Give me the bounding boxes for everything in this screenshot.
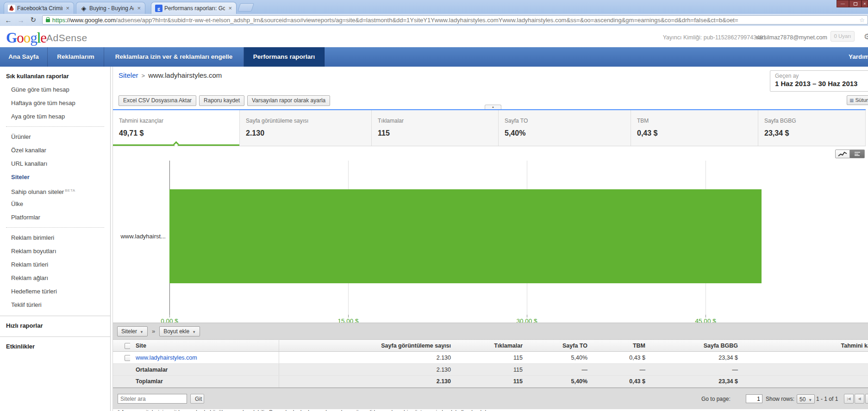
col-site[interactable]: Site <box>130 340 279 352</box>
reports-sidebar: Sık kullanılan raporlar Güne göre tüm he… <box>0 67 111 411</box>
sidebar-item-account-by-day[interactable]: Güne göre tüm hesap <box>0 83 110 96</box>
row-checkbox[interactable] <box>125 355 130 361</box>
col-page-rpm[interactable]: Sayfa BGBG <box>651 340 743 352</box>
breadcrumb-separator: > <box>142 72 145 79</box>
sidebar-item-platforms[interactable]: Platformlar <box>0 211 110 224</box>
sidebar-item-products[interactable]: Ürünler <box>0 130 110 143</box>
back-icon[interactable]: ← <box>4 16 12 24</box>
tab-title: Facebook'ta Criminal Case <box>17 5 62 12</box>
stat-card-clicks[interactable]: Tıklamalar 115 <box>372 110 499 146</box>
tab-close-icon[interactable]: × <box>64 5 71 12</box>
export-csv-button[interactable]: Excel CSV Dosyasına Aktar <box>119 95 196 106</box>
collapse-panel-button[interactable]: ▲ <box>485 105 501 109</box>
nav-help[interactable]: Yardım <box>849 47 868 67</box>
nav-tab-home[interactable]: Ana Sayfa <box>0 47 48 67</box>
stat-card-page-ctr[interactable]: Sayfa TO 5,40% <box>499 110 631 146</box>
address-bar[interactable]: https://www.google.com/adsense/app?hl=tr… <box>42 15 868 25</box>
search-go-button[interactable]: Git <box>190 394 204 404</box>
double-chevron-icon: » <box>152 328 155 335</box>
sidebar-item-bid-types[interactable]: Teklif türleri <box>0 298 110 311</box>
show-rows-dropdown[interactable]: 50▼ <box>797 394 815 404</box>
sidebar-item-url-channels[interactable]: URL kanalları <box>0 157 110 170</box>
sidebar-item-account-by-week[interactable]: Haftaya göre tüm hesap <box>0 96 110 110</box>
reload-icon[interactable]: ↻ <box>29 16 37 24</box>
stat-card-page-rpm[interactable]: Sayfa BGBG 23,34 $ <box>758 110 866 146</box>
browser-tab-3-active[interactable]: g Performans raporları: Goo × <box>151 2 237 14</box>
next-page-button[interactable]: ▶ <box>865 394 868 404</box>
adsense-header: Google AdSense Yayıncı Kimliği: pub-1152… <box>0 26 868 47</box>
breadcrumb: Siteler>www.ladyhairstyles.com <box>119 71 222 79</box>
search-sites-input[interactable] <box>118 394 187 404</box>
google-favicon-icon: g <box>155 5 162 12</box>
sidebar-item-country[interactable]: Ülke <box>0 197 110 211</box>
table-footer: Git Go to page: 50▼ Show rows: 1 - 1 of … <box>113 388 868 409</box>
browser-tab-2[interactable]: ◈ Buying - Buying Adsense × <box>76 2 145 14</box>
columns-button[interactable]: ▦Sütunlar <box>847 95 868 105</box>
sidebar-item-ad-types[interactable]: Reklam türleri <box>0 258 110 271</box>
https-padlock-icon <box>46 19 50 22</box>
col-pageviews[interactable]: Sayfa görüntüleme sayısı <box>279 340 456 352</box>
sidebar-item-account-by-month[interactable]: Aya göre tüm hesap <box>0 110 110 123</box>
breadcrumb-sites-link[interactable]: Siteler <box>119 71 138 79</box>
stat-card-cpc[interactable]: TBM 0,43 $ <box>631 110 758 146</box>
stat-card-pageviews[interactable]: Sayfa görüntüleme sayısı 2.130 <box>240 110 372 146</box>
sidebar-item-sites-active[interactable]: Siteler <box>0 170 110 184</box>
sidebar-item-ad-units[interactable]: Reklam birimleri <box>0 231 110 244</box>
stats-card-row: Tahmini kazançlar 49,71 $ Sayfa görüntül… <box>113 109 866 146</box>
pagination-range: 1 - 1 of 1 <box>816 396 838 402</box>
forward-icon[interactable]: → <box>17 16 25 24</box>
first-page-button[interactable]: |◀ <box>844 394 854 404</box>
nav-tab-allow-block-ads[interactable]: Reklamlara izin ver & reklamları engelle <box>104 47 244 67</box>
site-link[interactable]: www.ladyhairstyles.com <box>136 355 197 361</box>
sidebar-item-targeting-types[interactable]: Hedefleme türleri <box>0 285 110 298</box>
columns-grid-icon: ▦ <box>849 98 854 103</box>
date-preset-label: Geçen ay <box>775 73 868 79</box>
browser-tab-1[interactable]: Facebook'ta Criminal Case × <box>4 2 74 14</box>
chart-bar[interactable] <box>169 189 762 283</box>
adsense-market-favicon-icon: ◈ <box>80 5 87 12</box>
sidebar-item-ad-sizes[interactable]: Reklam boyutları <box>0 244 110 258</box>
tab-close-icon[interactable]: × <box>136 5 142 12</box>
content: Sık kullanılan raporlar Güne göre tüm he… <box>0 67 868 411</box>
col-page-ctr[interactable]: Sayfa TO <box>528 340 593 352</box>
col-clicks[interactable]: Tıklamalar <box>456 340 528 352</box>
bar-chart-icon[interactable] <box>850 149 865 158</box>
page-number-input[interactable] <box>746 394 762 403</box>
set-default-report-button[interactable]: Varsayılan rapor olarak ayarla <box>247 95 330 106</box>
url-text[interactable]: https://www.google.com/adsense/app?hl=tr… <box>52 17 858 24</box>
sidebar-section-divider <box>0 336 110 337</box>
breadcrumb-current-site: www.ladyhairstyles.com <box>148 71 222 79</box>
prev-page-button[interactable]: ◀ <box>855 394 864 404</box>
sidebar-divider <box>6 126 104 127</box>
bookmark-star-icon[interactable]: ☆ <box>859 17 865 24</box>
stat-card-estimated-earnings[interactable]: Tahmini kazançlar 49,71 $ <box>113 110 240 146</box>
gear-icon[interactable]: ⚙ <box>864 32 868 42</box>
nav-tab-my-ads[interactable]: Reklamlarım <box>48 47 104 67</box>
col-cpc[interactable]: TBM <box>593 340 651 352</box>
sidebar-item-custom-channels[interactable]: Özel kanallar <box>0 143 110 157</box>
sidebar-header-events[interactable]: Etkinlikler <box>0 340 110 353</box>
line-chart-icon[interactable] <box>835 149 850 158</box>
show-rows-label: Show rows: <box>766 396 794 402</box>
maximize-button[interactable] <box>849 0 862 7</box>
date-range-picker[interactable]: Geçen ay 1 Haz 2013 – 30 Haz 2013 <box>770 70 868 92</box>
nav-tab-performance-reports[interactable]: Performans raporları <box>244 47 325 67</box>
alerts-button[interactable]: 0 Uyarı <box>831 31 855 42</box>
tab-close-icon[interactable]: × <box>227 5 233 12</box>
col-estimated-earnings[interactable]: Tahmini kazançlar <box>743 340 868 352</box>
save-report-button[interactable]: Raporu kaydet <box>199 95 244 106</box>
sidebar-item-ad-networks[interactable]: Reklam ağları <box>0 271 110 285</box>
go-to-page-label: Go to page: <box>701 396 731 402</box>
bar-chart-plot: 0,00 $ 15,00 $ 30,00 $ 45,00 $ <box>169 161 865 315</box>
add-dimension-dropdown[interactable]: Boyut ekle▼ <box>159 326 200 336</box>
sidebar-header-quick-reports[interactable]: Hızlı raporlar <box>0 319 110 332</box>
close-button[interactable]: × <box>862 0 868 7</box>
dimension-sites-dropdown[interactable]: Siteler▼ <box>117 326 148 336</box>
account-email[interactable]: sarsilmaz7878@mynet.com <box>756 34 827 41</box>
sidebar-header-frequent-reports: Sık kullanılan raporlar <box>0 69 110 83</box>
new-tab-button[interactable] <box>237 3 254 12</box>
sidebar-item-owned-sites[interactable]: Sahip olunan sitelerBETA <box>0 184 110 197</box>
minimize-button[interactable]: — <box>837 0 849 7</box>
sidebar-divider <box>6 227 104 228</box>
select-all-checkbox[interactable] <box>125 343 130 349</box>
